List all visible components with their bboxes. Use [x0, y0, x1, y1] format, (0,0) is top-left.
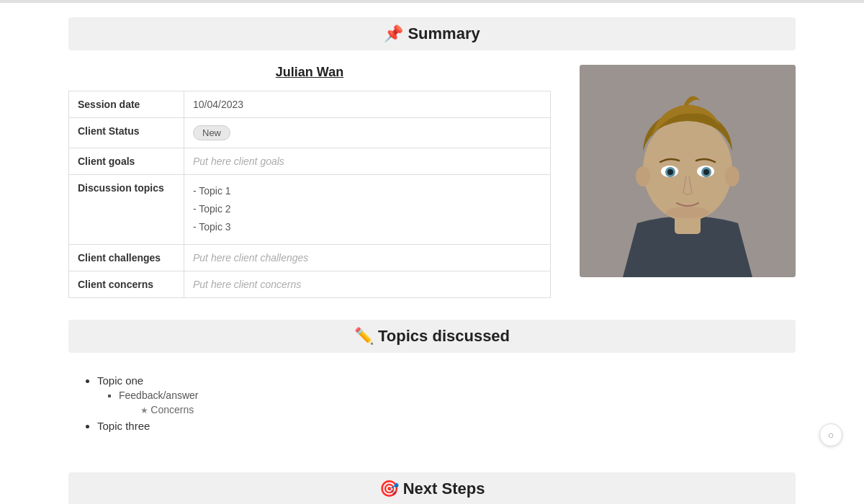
topic-three-text: Topic three: [97, 420, 150, 432]
summary-content: Julian Wan Session date 10/04/2023 Clien…: [68, 65, 796, 298]
topics-list: Topic one Feedback/answer Concerns Topic…: [68, 367, 796, 451]
feedback-sub-list: Concerns: [119, 404, 774, 415]
summary-left: Julian Wan Session date 10/04/2023 Clien…: [68, 65, 551, 298]
svg-point-12: [666, 207, 709, 218]
concerns-text: Concerns: [150, 404, 194, 415]
topic-one-sub-list: Feedback/answer Concerns: [97, 390, 774, 415]
svg-point-8: [667, 169, 673, 175]
topics-section: ✏️ Topics discussed Topic one Feedback/a…: [68, 320, 796, 451]
client-photo-svg: [580, 65, 796, 277]
page-wrapper: 📌 Summary Julian Wan Session date 10/04/…: [54, 10, 810, 504]
session-date-value: 10/04/2023: [184, 91, 551, 118]
summary-header: 📌 Summary: [68, 17, 796, 50]
summary-label: Summary: [408, 24, 480, 42]
client-goals-value: Put here client goals: [184, 148, 551, 175]
summary-section: 📌 Summary Julian Wan Session date 10/04/…: [68, 17, 796, 298]
next-steps-section: 🎯 Next Steps Steps List ☰ ⊞ ⊞ + ···: [68, 472, 796, 504]
scroll-hint-icon: ○: [819, 423, 842, 446]
table-row-client-concerns: Client concerns Put here client concerns: [69, 271, 551, 297]
topics-label: Topics discussed: [378, 327, 510, 345]
client-challenges-value: Put here client challenges: [184, 244, 551, 271]
topic-3: - Topic 3: [193, 218, 541, 236]
session-date-label: Session date: [69, 91, 184, 118]
table-row-client-goals: Client goals Put here client goals: [69, 148, 551, 175]
list-item: Topic one Feedback/answer Concerns: [97, 374, 774, 415]
topic-1: - Topic 1: [193, 182, 541, 200]
client-goals-label: Client goals: [69, 148, 184, 175]
feedback-answer-text: Feedback/answer: [119, 390, 199, 401]
svg-point-11: [725, 166, 739, 186]
client-goals-placeholder: Put here client goals: [193, 156, 284, 167]
table-row-session-date: Session date 10/04/2023: [69, 91, 551, 118]
client-challenges-placeholder: Put here client challenges: [193, 252, 308, 264]
topic-one-text: Topic one: [97, 374, 143, 387]
table-row-discussion-topics: Discussion topics - Topic 1 - Topic 2 - …: [69, 175, 551, 245]
next-steps-icon: 🎯: [379, 480, 399, 498]
client-concerns-placeholder: Put here client concerns: [193, 279, 301, 290]
list-item: Feedback/answer Concerns: [119, 390, 774, 415]
svg-point-9: [703, 169, 709, 175]
info-table: Session date 10/04/2023 Client Status Ne…: [68, 91, 551, 298]
topics-icon: ✏️: [354, 327, 374, 345]
list-item: Concerns: [140, 404, 774, 415]
next-steps-label: Next Steps: [403, 480, 485, 498]
summary-right: [580, 65, 796, 277]
client-name: Julian Wan: [68, 65, 551, 80]
next-steps-header: 🎯 Next Steps: [68, 472, 796, 504]
topics-header: ✏️ Topics discussed: [68, 320, 796, 353]
table-row-client-status: Client Status New: [69, 118, 551, 148]
client-challenges-label: Client challenges: [69, 244, 184, 271]
client-status-label: Client Status: [69, 118, 184, 148]
status-badge: New: [193, 125, 230, 140]
client-concerns-value: Put here client concerns: [184, 271, 551, 297]
summary-icon: 📌: [384, 24, 403, 42]
top-border: [0, 0, 864, 3]
svg-point-10: [636, 166, 650, 186]
discussion-list: - Topic 1 - Topic 2 - Topic 3: [193, 182, 541, 237]
client-status-value: New: [184, 118, 551, 148]
discussion-topics-value: - Topic 1 - Topic 2 - Topic 3: [184, 175, 551, 245]
discussion-topics-label: Discussion topics: [69, 175, 184, 245]
client-concerns-label: Client concerns: [69, 271, 184, 297]
table-row-client-challenges: Client challenges Put here client challe…: [69, 244, 551, 271]
list-item: Topic three: [97, 420, 774, 432]
topic-2: - Topic 2: [193, 200, 541, 218]
client-photo: [580, 65, 796, 277]
